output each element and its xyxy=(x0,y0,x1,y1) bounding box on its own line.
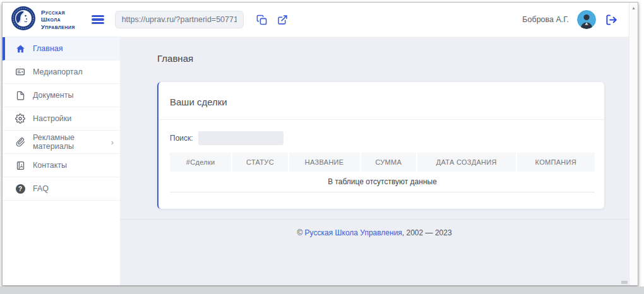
column-header-status: СТАТУС xyxy=(232,153,289,172)
document-icon xyxy=(15,90,25,100)
logout-icon[interactable] xyxy=(605,14,617,26)
deals-card: Ваши сделки Поиск: #Сделки СТАТУС НАЗВАН… xyxy=(157,82,604,209)
app-window: Русская Школа Управления Боброва А.Г. xyxy=(2,2,638,286)
desktop-background-strip xyxy=(0,286,644,294)
footer-link[interactable]: Русская Школа Управления xyxy=(305,228,402,237)
home-icon xyxy=(15,44,25,54)
copy-icon[interactable] xyxy=(256,15,267,25)
sidebar-item-contacts[interactable]: Контакты xyxy=(3,154,120,177)
column-header-created-date: ДАТА СОЗДАНИЯ xyxy=(417,153,517,172)
footer: © Русская Школа Управления, 2002 — 2023 xyxy=(120,219,629,237)
paperclip-icon xyxy=(15,137,25,147)
sidebar-item-label: Настройки xyxy=(33,114,71,123)
sidebar-item-promo-materials[interactable]: Рекламные материалы xyxy=(3,131,120,154)
external-link-icon[interactable] xyxy=(277,15,288,25)
avatar[interactable] xyxy=(577,10,596,29)
search-row: Поиск: xyxy=(170,131,595,145)
sidebar-item-documents[interactable]: Документы xyxy=(3,84,120,107)
main-content: Главная Ваши сделки Поиск: #Сделки СТАТУ… xyxy=(120,37,629,285)
contacts-icon xyxy=(15,160,25,170)
sidebar-item-home[interactable]: Главная xyxy=(3,37,120,61)
question-icon xyxy=(15,184,25,194)
column-header-name: НАЗВАНИЕ xyxy=(289,153,361,172)
scroll-corner-mark xyxy=(621,281,628,284)
scroll-up-icon[interactable]: ▲ xyxy=(629,3,638,10)
vertical-scrollbar[interactable]: ▲ xyxy=(629,3,638,285)
top-header: Русская Школа Управления Боброва А.Г. xyxy=(3,3,629,37)
brand-logo: Русская Школа Управления xyxy=(11,6,75,33)
search-input[interactable] xyxy=(198,131,283,145)
sidebar: Главная Медиапортал Документы xyxy=(3,37,120,285)
page-title: Главная xyxy=(157,53,629,64)
brand-name: Русская Школа Управления xyxy=(41,9,75,30)
chevron-right-icon xyxy=(111,138,114,146)
copyright-suffix: , 2002 — 2023 xyxy=(402,228,452,237)
column-header-sum: СУММА xyxy=(361,153,418,172)
sidebar-item-label: Медиапортал xyxy=(33,68,83,76)
media-portal-icon xyxy=(15,67,25,77)
table-header-row: #Сделки СТАТУС НАЗВАНИЕ СУММА ДАТА СОЗДА… xyxy=(170,153,595,172)
sidebar-item-label: FAQ xyxy=(33,184,49,193)
sidebar-item-faq[interactable]: FAQ xyxy=(3,177,120,201)
partner-url-input[interactable] xyxy=(115,11,244,28)
deals-card-title: Ваши сделки xyxy=(158,82,604,120)
sidebar-item-label: Главная xyxy=(33,44,63,53)
rsu-emblem-icon xyxy=(11,6,35,33)
sidebar-item-label: Контакты xyxy=(33,161,67,170)
menu-icon[interactable] xyxy=(92,15,104,25)
sidebar-item-settings[interactable]: Настройки xyxy=(3,107,120,131)
sidebar-item-mediaportal[interactable]: Медиапортал xyxy=(3,61,120,84)
user-name: Боброва А.Г. xyxy=(522,15,569,24)
column-header-company: КОМПАНИЯ xyxy=(517,153,595,172)
copyright-prefix: © xyxy=(297,228,304,237)
gear-icon xyxy=(15,114,25,124)
search-label: Поиск: xyxy=(170,134,193,143)
sidebar-item-label: Документы xyxy=(33,91,73,100)
column-header-deal-id: #Сделки xyxy=(170,153,232,172)
deals-table: #Сделки СТАТУС НАЗВАНИЕ СУММА ДАТА СОЗДА… xyxy=(170,153,595,192)
sidebar-item-label: Рекламные материалы xyxy=(33,133,104,151)
table-empty-state: В таблице отсутствуют данные xyxy=(170,172,595,192)
